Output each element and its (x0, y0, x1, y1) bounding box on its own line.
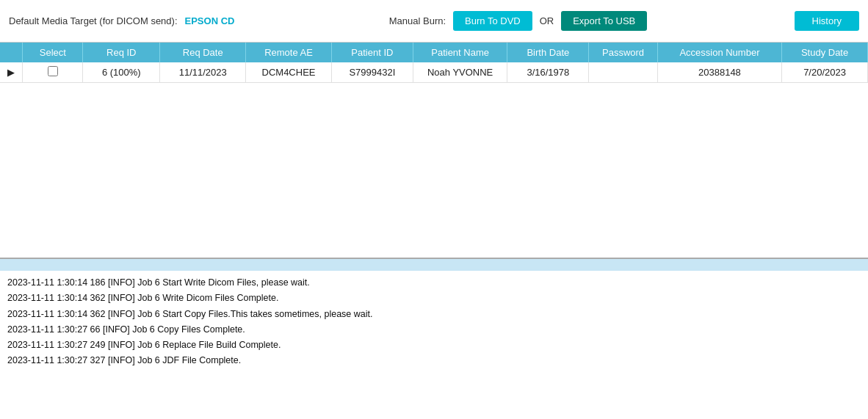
row-checkbox[interactable] (48, 66, 58, 76)
cell-remote_ae: DCM4CHEE (246, 62, 332, 83)
top-bar: Default Media Target (for DICOM send): E… (0, 0, 868, 43)
cell-password (589, 62, 657, 83)
col-birth-date: Birth Date (507, 43, 589, 62)
main-table-container: Select Req ID Req Date Remote AE Patient… (0, 43, 868, 259)
cell-study_date: 7/20/2023 (782, 62, 868, 83)
log-line: 2023-11-11 1:30:27 249 [INFO] Job 6 Repl… (7, 338, 861, 353)
epson-cd-value: EPSON CD (185, 15, 235, 26)
cell-accession_number: 20388148 (657, 62, 781, 83)
history-button[interactable]: History (795, 11, 859, 31)
cell-birth_date: 3/16/1978 (507, 62, 589, 83)
table-row[interactable]: ▶6 (100%)11/11/2023DCM4CHEES7999432INoah… (0, 62, 868, 83)
cell-patient_id: S7999432I (331, 62, 413, 83)
log-line: 2023-11-11 1:30:14 186 [INFO] Job 6 Star… (7, 275, 861, 291)
manual-burn-label: Manual Burn: (389, 15, 446, 26)
log-line: 2023-11-11 1:30:14 362 [INFO] Job 6 Writ… (7, 291, 861, 306)
jobs-table: Select Req ID Req Date Remote AE Patient… (0, 43, 868, 83)
col-study-date: Study Date (782, 43, 868, 62)
col-arrow (0, 43, 23, 62)
log-area: 2023-11-11 1:30:14 186 [INFO] Job 6 Star… (0, 271, 868, 419)
table-header-row: Select Req ID Req Date Remote AE Patient… (0, 43, 868, 62)
row-select-cell[interactable] (23, 62, 83, 83)
col-patient-id: Patient ID (331, 43, 413, 62)
cell-req_date: 11/11/2023 (160, 62, 246, 83)
col-req-date: Req Date (160, 43, 246, 62)
col-select: Select (23, 43, 83, 62)
cell-patient_name: Noah YVONNE (413, 62, 507, 83)
log-line: 2023-11-11 1:30:27 327 [INFO] Job 6 JDF … (7, 353, 861, 368)
col-patient-name: Patient Name (413, 43, 507, 62)
log-line: 2023-11-11 1:30:14 362 [INFO] Job 6 Star… (7, 307, 861, 322)
scrollbar-track[interactable] (0, 260, 868, 269)
col-password: Password (589, 43, 657, 62)
default-media-label: Default Media Target (for DICOM send): (9, 15, 178, 26)
horizontal-scrollbar[interactable] (0, 259, 868, 271)
col-accession-number: Accession Number (657, 43, 781, 62)
burn-dvd-button[interactable]: Burn To DVD (453, 11, 532, 31)
or-label: OR (540, 15, 554, 26)
cell-req_id: 6 (100%) (83, 62, 160, 83)
log-line: 2023-11-11 1:30:27 66 [INFO] Job 6 Copy … (7, 322, 861, 338)
col-remote-ae: Remote AE (246, 43, 332, 62)
export-usb-button[interactable]: Export To USB (561, 11, 647, 31)
row-arrow: ▶ (0, 62, 23, 83)
col-req-id: Req ID (83, 43, 160, 62)
